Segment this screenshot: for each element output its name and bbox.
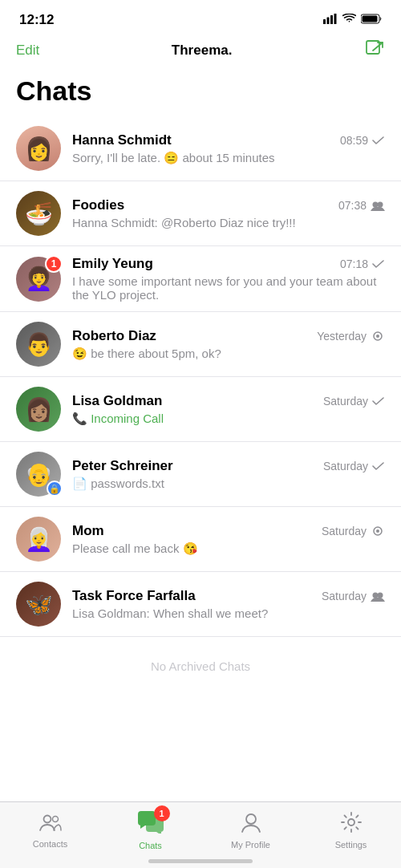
chat-list: 👩 Hanna Schmidt 08:59 Sorry, I'll be lat… xyxy=(0,116,401,637)
tab-chats-label: Chats xyxy=(139,841,162,850)
avatar: 👨 xyxy=(16,322,61,367)
avatar-container: 👩 xyxy=(16,126,61,171)
chat-name: Roberto Diaz xyxy=(72,328,156,344)
chat-time: 07:38 xyxy=(338,199,367,212)
chat-time: Saturday xyxy=(323,460,368,473)
svg-point-16 xyxy=(52,816,58,821)
delivered-icon xyxy=(372,259,385,269)
settings-icon xyxy=(341,812,362,838)
tab-settings[interactable]: Settings xyxy=(301,802,401,852)
chat-name: Emily Yeung xyxy=(72,256,153,272)
chat-time: 07:18 xyxy=(340,258,368,270)
svg-rect-0 xyxy=(323,19,326,24)
chat-time: Saturday xyxy=(322,525,367,537)
tab-contacts-label: Contacts xyxy=(33,839,67,849)
chat-header: Peter Schreiner Saturday xyxy=(72,458,385,474)
chat-content: Mom Saturday Please call me back 😘 xyxy=(72,523,385,556)
list-item[interactable]: 🍜 Foodies 07:38 Hanna Schmidt: @Roberto … xyxy=(0,181,401,246)
list-item[interactable]: 👩‍🦱 1 Emily Yeung 07:18 I have some impo… xyxy=(0,246,401,312)
chat-content: Peter Schreiner Saturday 📄 passwords.txt xyxy=(72,458,385,491)
tab-chats[interactable]: 1 Chats xyxy=(100,802,200,852)
home-indicator xyxy=(148,859,253,863)
nav-bar: Edit Threema. xyxy=(0,35,401,69)
avatar-container: 👩‍🦳 xyxy=(16,517,61,562)
chat-preview: Hanna Schmidt: @Roberto Diaz nice try!!! xyxy=(72,216,313,229)
svg-rect-3 xyxy=(334,14,337,24)
svg-point-12 xyxy=(376,529,379,533)
chat-meta: 07:38 xyxy=(338,199,385,212)
unread-badge: 1 xyxy=(45,255,63,273)
avatar: 🦋 xyxy=(16,582,61,627)
svg-point-19 xyxy=(246,814,256,824)
svg-point-10 xyxy=(376,335,379,338)
avatar: 👩 xyxy=(16,126,61,171)
chat-meta: 08:59 xyxy=(340,134,385,147)
chat-header: Hanna Schmidt 08:59 xyxy=(72,132,385,148)
group-icon xyxy=(371,201,385,211)
chat-name: Lisa Goldman xyxy=(72,393,162,409)
chat-name: Hanna Schmidt xyxy=(72,132,172,148)
list-item[interactable]: 🦋 Task Force Farfalla Saturday Lisa Gold… xyxy=(0,572,401,637)
chat-time: Saturday xyxy=(323,395,368,408)
chat-time: Yesterday xyxy=(317,330,367,343)
avatar-container: 🍜 xyxy=(16,191,61,236)
list-item[interactable]: 👨 Roberto Diaz Yesterday 😉 be there abou… xyxy=(0,312,401,377)
profile-icon xyxy=(241,812,261,838)
status-icons xyxy=(323,13,382,27)
chat-name: Mom xyxy=(72,523,104,539)
svg-point-13 xyxy=(373,592,379,598)
status-time: 12:12 xyxy=(19,12,54,28)
status-bar: 12:12 xyxy=(0,0,401,35)
list-item[interactable]: 👩 Hanna Schmidt 08:59 Sorry, I'll be lat… xyxy=(0,116,401,181)
chat-preview: Sorry, I'll be late. 😑 about 15 minutes xyxy=(72,151,313,165)
svg-rect-5 xyxy=(363,16,378,22)
chat-content: Task Force Farfalla Saturday Lisa Goldma… xyxy=(72,588,385,620)
chat-header: Mom Saturday xyxy=(72,523,385,539)
read-icon xyxy=(371,331,385,341)
chat-name: Task Force Farfalla xyxy=(72,588,196,604)
chat-preview: 📞 Incoming Call xyxy=(72,412,313,426)
chat-header: Roberto Diaz Yesterday xyxy=(72,328,385,344)
chat-header: Emily Yeung 07:18 xyxy=(72,256,385,272)
avatar-container: 👴 🔒 xyxy=(16,452,61,497)
chat-content: Hanna Schmidt 08:59 Sorry, I'll be late.… xyxy=(72,132,385,165)
chat-preview: 📄 passwords.txt xyxy=(72,477,313,491)
avatar: 🍜 xyxy=(16,191,61,236)
avatar-container: 👨 xyxy=(16,322,61,367)
chat-name: Peter Schreiner xyxy=(72,458,173,474)
svg-point-20 xyxy=(348,819,354,825)
svg-point-15 xyxy=(43,815,51,822)
tab-profile[interactable]: My Profile xyxy=(200,802,301,852)
chat-preview: Lisa Goldman: When shall we meet? xyxy=(72,606,313,620)
list-item[interactable]: 👩🏽 Lisa Goldman Saturday 📞 Incoming Call xyxy=(0,377,401,442)
compose-button[interactable] xyxy=(364,39,385,63)
chat-header: Lisa Goldman Saturday xyxy=(72,393,385,409)
chat-header: Task Force Farfalla Saturday xyxy=(72,588,385,604)
list-item[interactable]: 👴 🔒 Peter Schreiner Saturday 📄 passwords… xyxy=(0,442,401,507)
chat-header: Foodies 07:38 xyxy=(72,197,385,213)
contacts-icon xyxy=(39,813,62,837)
tab-chats-badge: 1 xyxy=(154,805,170,821)
svg-point-8 xyxy=(378,201,383,207)
lock-badge: 🔒 xyxy=(47,481,63,497)
chat-meta: Saturday xyxy=(323,395,385,408)
chat-meta: Saturday xyxy=(322,590,385,602)
nav-title: Threema. xyxy=(172,43,233,59)
list-item[interactable]: 👩‍🦳 Mom Saturday Please call me back 😘 xyxy=(0,507,401,572)
chat-meta: 07:18 xyxy=(340,258,385,270)
chat-content: Foodies 07:38 Hanna Schmidt: @Roberto Di… xyxy=(72,197,385,229)
battery-icon xyxy=(361,13,382,27)
edit-button[interactable]: Edit xyxy=(16,43,39,59)
chat-name: Foodies xyxy=(72,197,124,213)
tab-settings-label: Settings xyxy=(335,840,367,850)
chat-preview: I have some important news for you and y… xyxy=(72,274,385,302)
tab-contacts[interactable]: Contacts xyxy=(0,802,100,852)
chat-preview: 😉 be there about 5pm, ok? xyxy=(72,347,313,361)
delivered-icon xyxy=(372,461,385,471)
chat-meta: Yesterday xyxy=(317,330,385,343)
avatar: 👩‍🦳 xyxy=(16,517,61,562)
page-title: Chats xyxy=(0,69,401,116)
group-icon xyxy=(371,591,385,602)
avatar-container: 👩‍🦱 1 xyxy=(16,257,61,302)
chat-meta: Saturday xyxy=(323,460,385,473)
